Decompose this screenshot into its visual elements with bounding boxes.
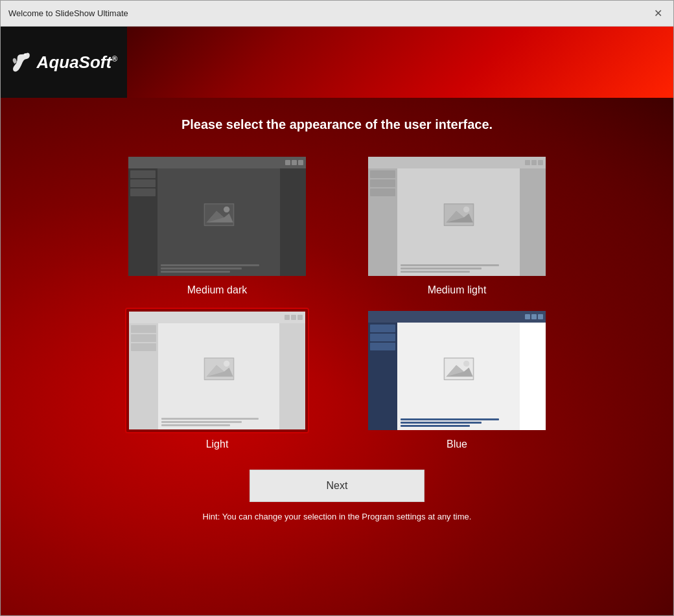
hint-text: Hint: You can change your selection in t… (203, 512, 472, 521)
body-light (129, 323, 305, 429)
sidebar-dark (128, 168, 157, 276)
sidebar-light (129, 323, 158, 429)
main-window: Welcome to SlideShow Ultimate ✕ AquaSoft… (0, 0, 674, 616)
right-panel-dark (280, 168, 306, 276)
logo-trademark: ® (111, 54, 117, 63)
logo-box: AquaSoft® (1, 27, 127, 98)
logo-name: AquaSoft (37, 52, 112, 72)
svg-point-18 (463, 361, 469, 367)
theme-label-light: Light (206, 439, 229, 450)
content-area: AquaSoft® Please select the appearance o… (1, 27, 673, 615)
svg-point-0 (24, 53, 26, 55)
preview-ui-blue (368, 311, 546, 430)
body-blue (368, 323, 546, 430)
theme-preview-light[interactable] (126, 309, 308, 432)
theme-option-blue[interactable]: Blue (350, 309, 564, 450)
theme-preview-medium-light[interactable] (366, 155, 548, 278)
body-light-med (368, 168, 546, 276)
theme-option-light[interactable]: Light (110, 309, 324, 450)
preview-ui-dark (128, 157, 306, 276)
logo-header: AquaSoft® (1, 27, 673, 98)
preview-image-dark (203, 203, 235, 226)
svg-point-8 (463, 207, 469, 212)
preview-image-blue (443, 358, 475, 380)
preview-image-light-med (443, 203, 475, 226)
preview-image-light (203, 358, 235, 380)
theme-label-medium-dark: Medium dark (187, 284, 247, 296)
theme-label-blue: Blue (447, 439, 467, 450)
titlebar-blue (368, 311, 546, 323)
preview-ui-light-med (368, 157, 546, 276)
preview-ui-light (129, 312, 305, 429)
sidebar-light-med (368, 168, 397, 276)
main-body: Please select the appearance of the user… (1, 98, 673, 615)
logo-text: AquaSoft® (37, 54, 117, 71)
right-panel-blue (520, 323, 546, 430)
theme-option-medium-light[interactable]: Medium light (350, 155, 564, 296)
body-dark (128, 168, 306, 276)
next-button[interactable]: Next (250, 470, 424, 502)
svg-point-3 (224, 207, 229, 212)
close-button[interactable]: ✕ (650, 6, 666, 21)
title-bar: Welcome to SlideShow Ultimate ✕ (1, 1, 673, 27)
sidebar-blue (368, 323, 397, 430)
titlebar-dark (128, 157, 306, 168)
svg-point-13 (224, 361, 229, 367)
theme-label-medium-light: Medium light (428, 284, 487, 296)
window-title: Welcome to SlideShow Ultimate (8, 8, 128, 18)
right-panel-light (279, 323, 305, 429)
titlebar-light (129, 312, 305, 323)
theme-preview-blue[interactable] (366, 309, 548, 432)
titlebar-light-med (368, 157, 546, 168)
theme-preview-medium-dark[interactable] (126, 155, 308, 278)
dolphin-icon (10, 46, 32, 78)
instruction-text: Please select the appearance of the user… (181, 117, 493, 132)
themes-grid: Medium dark (110, 155, 564, 450)
right-panel-light-med (520, 168, 546, 276)
theme-option-medium-dark[interactable]: Medium dark (110, 155, 324, 296)
